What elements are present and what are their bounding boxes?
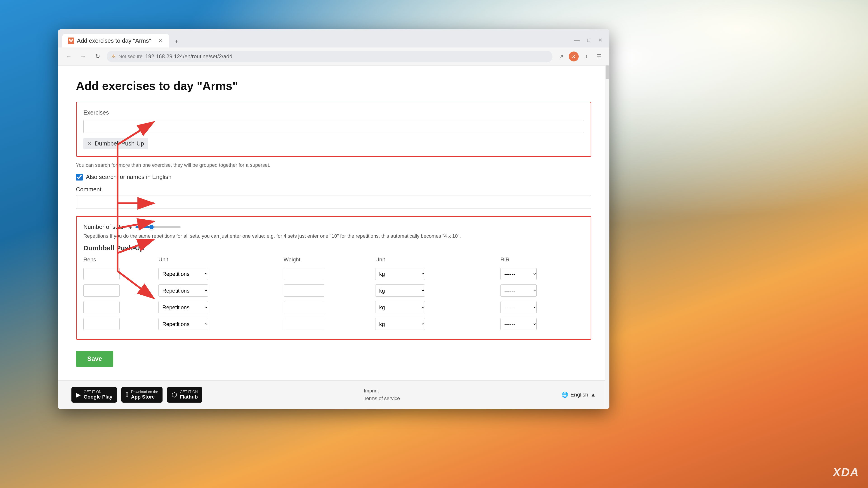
browser-window: W Add exercises to day "Arms" ✕ + — □ ✕ … — [58, 29, 610, 409]
table-row: Repetitions kg lbs kg lbs ------ 0 1 — [84, 265, 584, 282]
table-row: Repetitions kg lbs kg lbs ------ 0 1 — [84, 316, 584, 332]
flathub-text: GET IT ON Flathub — [180, 390, 197, 400]
rir-select-2[interactable]: ------ 0 1 2 3 — [500, 301, 537, 313]
exercises-label: Exercises — [84, 109, 584, 116]
unit2-select-1: kg lbs — [375, 285, 425, 297]
language-label: English — [570, 392, 588, 398]
tab-title: Add exercises to day "Arms" — [77, 37, 151, 44]
unit2-select-3: kg lbs — [375, 318, 425, 330]
xda-watermark: XDA — [833, 465, 859, 479]
unit2-select-0: kg lbs — [375, 268, 425, 280]
sets-label: Number of sets: — [84, 223, 125, 230]
th-rir: RiR — [500, 255, 584, 265]
footer: ▶ GET IT ON Google Play  Download on th… — [58, 381, 610, 409]
exercise-hint: You can search for more than one exercis… — [76, 162, 591, 168]
weight-input-3[interactable] — [284, 318, 324, 330]
english-search-label: Also search for names in English — [86, 173, 172, 181]
imprint-link[interactable]: Imprint — [364, 388, 400, 394]
th-reps: Reps — [84, 255, 158, 265]
tab-close-button[interactable]: ✕ — [157, 37, 164, 44]
reps-hint: Repetitions If you do the same repetitio… — [84, 232, 584, 240]
exercise-row-title: Dumbbell Push-Up — [84, 244, 584, 252]
unit-select-1[interactable]: Repetitions kg lbs — [158, 285, 208, 297]
sets-table: Reps Unit Weight Unit RiR Repetitions — [84, 255, 584, 332]
google-play-text: GET IT ON Google Play — [84, 390, 112, 400]
back-button[interactable]: ← — [63, 51, 74, 62]
security-label: Not secure — [119, 54, 143, 59]
exercise-tag: ✕ Dumbbell Push-Up — [84, 138, 148, 149]
maximize-button[interactable]: □ — [584, 36, 593, 45]
sets-section: Number of sets: 4 Repetitions If you do … — [76, 216, 591, 340]
flathub-big: Flathub — [180, 394, 197, 400]
new-tab-button[interactable]: + — [171, 36, 182, 47]
save-button[interactable]: Save — [76, 351, 113, 367]
exercise-tag-label: Dumbbell Push-Up — [95, 140, 144, 147]
exercise-tag-container: ✕ Dumbbell Push-Up — [84, 138, 584, 149]
minimize-button[interactable]: — — [572, 36, 581, 45]
sets-slider[interactable] — [135, 226, 181, 228]
sets-count-value: 4 — [129, 223, 132, 230]
unit-select-2[interactable]: Repetitions kg lbs — [158, 301, 208, 313]
address-bar: ← → ↻ ⚠ Not secure 192.168.29.124/en/rou… — [58, 47, 610, 66]
page-title: Add exercises to day "Arms" — [76, 79, 591, 93]
weight-input-1[interactable] — [284, 285, 324, 297]
unit-select-0[interactable]: Repetitions kg lbs — [158, 268, 208, 280]
music-icon[interactable]: ♪ — [581, 52, 591, 61]
footer-links: Imprint Terms of service — [364, 388, 400, 401]
comment-section: Comment — [76, 186, 591, 209]
unit-select-3[interactable]: Repetitions kg lbs — [158, 318, 208, 330]
flathub-icon: ⬡ — [172, 391, 177, 398]
forward-button[interactable]: → — [78, 51, 89, 62]
rir-select-0[interactable]: ------ 0 1 2 3 — [500, 268, 537, 280]
comment-label: Comment — [76, 186, 591, 193]
rir-select-1[interactable]: ------ 0 1 2 3 — [500, 285, 537, 297]
exercise-search-input[interactable] — [84, 120, 584, 133]
english-search-checkbox[interactable] — [76, 174, 83, 181]
scrollbar-thumb[interactable] — [606, 66, 609, 79]
browser-tab[interactable]: W Add exercises to day "Arms" ✕ — [62, 34, 169, 47]
lang-chevron-icon: ▲ — [590, 392, 596, 398]
app-store-badge[interactable]:  Download on the App Store — [121, 387, 162, 402]
google-play-big: Google Play — [84, 394, 112, 400]
comment-input[interactable] — [76, 195, 591, 209]
reload-button[interactable]: ↻ — [92, 51, 103, 62]
weight-input-2[interactable] — [284, 301, 324, 313]
menu-icon[interactable]: ☰ — [594, 52, 604, 61]
language-selector[interactable]: 🌐 English ▲ — [561, 392, 596, 398]
url-display: 192.168.29.124/en/routine/set/2/add — [145, 53, 232, 60]
app-store-icon:  — [126, 391, 128, 398]
scrollbar-track[interactable] — [605, 66, 610, 409]
security-warning-icon: ⚠ — [111, 54, 116, 59]
table-row: Repetitions kg lbs kg lbs ------ 0 1 — [84, 299, 584, 316]
globe-icon: 🌐 — [561, 392, 568, 398]
th-weight: Weight — [284, 255, 375, 265]
share-icon[interactable]: ↗ — [556, 52, 566, 61]
google-play-badge[interactable]: ▶ GET IT ON Google Play — [71, 387, 117, 402]
sets-slider-row: Number of sets: 4 — [84, 223, 584, 230]
th-unit2: Unit — [375, 255, 484, 265]
google-play-icon: ▶ — [76, 391, 81, 398]
th-unit: Unit — [158, 255, 267, 265]
exercises-section: Exercises ✕ Dumbbell Push-Up — [76, 102, 591, 157]
app-store-text: Download on the App Store — [131, 390, 158, 400]
store-badges: ▶ GET IT ON Google Play  Download on th… — [71, 387, 202, 402]
google-play-small: GET IT ON — [84, 390, 112, 394]
close-button[interactable]: ✕ — [596, 36, 605, 45]
reps-input-0[interactable] — [84, 268, 120, 280]
flathub-badge[interactable]: ⬡ GET IT ON Flathub — [167, 387, 202, 402]
brave-shields-icon[interactable]: ⚔ — [569, 52, 579, 61]
app-store-big: App Store — [131, 394, 158, 400]
reps-input-3[interactable] — [84, 318, 120, 330]
exercise-tag-remove[interactable]: ✕ — [88, 140, 92, 147]
flathub-small: GET IT ON — [180, 390, 197, 394]
tab-bar: W Add exercises to day "Arms" ✕ + — □ ✕ — [58, 29, 610, 47]
tab-favicon: W — [68, 37, 74, 44]
terms-link[interactable]: Terms of service — [364, 396, 400, 401]
reps-input-1[interactable] — [84, 285, 120, 297]
address-input-bar[interactable]: ⚠ Not secure 192.168.29.124/en/routine/s… — [107, 51, 553, 62]
weight-input-0[interactable] — [284, 268, 324, 280]
page-content: Add exercises to day "Arms" Exercises ✕ … — [58, 66, 610, 381]
reps-input-2[interactable] — [84, 301, 120, 313]
english-checkbox-row: Also search for names in English — [76, 173, 591, 181]
rir-select-3[interactable]: ------ 0 1 2 3 — [500, 318, 537, 330]
